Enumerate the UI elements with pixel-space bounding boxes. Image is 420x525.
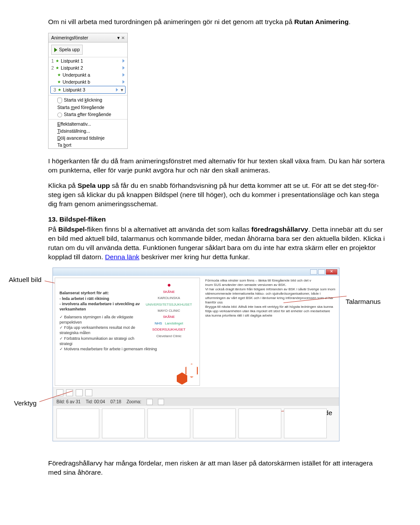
paragraph: På Bildspel-fliken finns bl a alternativ…	[48, 225, 385, 262]
status-clock-time: 07:18	[110, 399, 121, 405]
logo-label: NHS	[155, 321, 162, 325]
logo-label: UNIVERSITETSSJUKHUSET	[143, 302, 195, 308]
inline-bold: Rutan Animering	[294, 18, 349, 25]
play-icon	[54, 48, 57, 52]
menu-tool-icon[interactable]	[85, 389, 92, 396]
logo-label: SKÅNE	[163, 290, 175, 294]
presenter-view-window: ✕ ⬢SKÅNE KAROLINSKA UNIVERSITETSSJUKHUSE…	[52, 268, 340, 441]
chevron-icon	[122, 73, 125, 77]
inline-bold: föredragshållarvy	[251, 226, 308, 233]
logo-label: SÖDERSJUKHUSET	[143, 327, 195, 333]
text: Om ni vill arbeta med turordningen på an…	[48, 18, 294, 25]
notes-line: Brygga till nästa bild: Alltså inte bara…	[205, 305, 336, 318]
paragraph: I högerkanten får du då fram animeringsf…	[48, 157, 385, 175]
speaker-notes: Förmoda vilka vinster som finns – länka …	[202, 276, 339, 388]
slide-thumbnail[interactable]	[193, 409, 236, 438]
animation-list: 1★Listpunkt 1 2★Listpunkt 2 ★Underpunkt …	[49, 57, 127, 149]
ctx-effect-options[interactable]: Effektalternativ...	[49, 120, 127, 127]
ctx-remove[interactable]: Ta bort	[49, 141, 127, 148]
chevron-icon	[116, 88, 118, 92]
star-icon: ★	[57, 72, 61, 78]
logo-label: KAROLINSKA	[143, 295, 195, 301]
hexagon-icon	[186, 363, 198, 377]
chevron-icon	[122, 59, 125, 63]
text: Klicka på	[48, 182, 77, 189]
list-item[interactable]: 1★Listpunkt 1	[49, 57, 127, 64]
list-item-selected[interactable]: 3★Listpunkt 3▾	[49, 85, 127, 94]
status-elapsed-time: Tid: 00:04	[86, 399, 105, 405]
pane-title: Animeringsfönster	[51, 35, 88, 41]
chevron-icon	[122, 66, 125, 70]
item-index: 3	[52, 87, 56, 93]
logo-label: SKÅNE	[143, 314, 195, 320]
item-label: Underpunkt a	[63, 72, 90, 78]
list-item[interactable]: ★Underpunkt b	[49, 78, 127, 85]
section-heading: 13. Bildspel-fliken	[48, 215, 385, 224]
star-icon: ★	[57, 79, 61, 85]
pane-titlebar: Animeringsfönster ▾ ✕	[49, 33, 127, 43]
highlight-tool-icon[interactable]	[76, 389, 83, 396]
text: beskriver mer kring hur detta funkar.	[140, 253, 250, 261]
inline-link[interactable]: Denna länk	[105, 253, 139, 261]
text: .	[349, 18, 350, 25]
slide-thumbnail[interactable]	[147, 409, 190, 438]
status-bar: Bild: 6 av 31 Tid: 00:04 07:18 Zooma:	[53, 398, 339, 406]
inline-bold: Bildspel-	[58, 226, 87, 233]
ctx-hide-timeline[interactable]: Dölj avancerad tidslinje	[49, 134, 127, 141]
callout-current-slide: Aktuell bild	[9, 275, 42, 285]
logo-label: Landstinget	[165, 321, 183, 325]
ctx-timing[interactable]: Tidsinställning...	[49, 127, 127, 134]
item-label: Listpunkt 3	[63, 87, 85, 93]
paragraph: Föredragshållarvy har många fördelar, me…	[48, 459, 385, 477]
slide-thumbnail[interactable]	[284, 409, 327, 438]
callout-tools: Verktyg	[14, 399, 37, 408]
dropdown-icon[interactable]: ▾	[121, 87, 123, 93]
play-label: Spela upp	[59, 46, 80, 53]
close-icon[interactable]: ✕	[121, 35, 125, 40]
star-icon: ★	[56, 58, 59, 63]
ctx-start-after-previous[interactable]: Starta efter föregående	[49, 111, 127, 118]
logo-label: Cleveland Clinic	[143, 333, 195, 339]
item-index: 1	[50, 58, 54, 64]
notes-line: Förmoda vilka vinster som finns – länka …	[205, 278, 336, 283]
tools-bar	[53, 388, 339, 398]
notes-line: inom SUS använder den senaste versionen …	[205, 283, 336, 287]
slide-thumbnail[interactable]	[102, 409, 145, 438]
item-label: Underpunkt b	[63, 79, 90, 85]
presenter-body: ⬢SKÅNE KAROLINSKA UNIVERSITETSSJUKHUSET …	[53, 276, 339, 388]
paragraph: Klicka på Spela upp så får du en snabb f…	[48, 181, 385, 209]
list-item[interactable]: ★Underpunkt a	[49, 71, 127, 78]
status-slide-number: Bild: 6 av 31	[56, 399, 80, 405]
star-icon: ★	[56, 65, 59, 70]
item-index: 2	[50, 65, 54, 71]
text: På	[48, 226, 58, 233]
zoom-in-button[interactable]	[158, 399, 164, 405]
ctx-label: Starta vid klickning	[64, 97, 102, 102]
close-button[interactable]: ✕	[326, 269, 337, 275]
list-item[interactable]: 2★Listpunkt 2	[49, 64, 127, 71]
item-label: Listpunkt 1	[61, 58, 83, 64]
upcoming-thumbnails	[53, 406, 339, 441]
heading-text: 13. Bildspel-fliken	[48, 215, 106, 223]
ctx-start-with-previous[interactable]: Starta med föregående	[49, 104, 127, 111]
play-button[interactable]: Spela upp	[51, 45, 83, 54]
item-label: Listpunkt 2	[61, 65, 83, 71]
clock-icon	[57, 113, 62, 117]
star-icon: ★	[58, 87, 61, 92]
slide-thumbnail[interactable]	[56, 409, 99, 438]
callout-notes: Talarmanus	[346, 297, 381, 307]
slide-logos: ⬢SKÅNE KAROLINSKA UNIVERSITETSSJUKHUSET …	[143, 282, 195, 339]
paragraph: Om ni vill arbeta med turordningen på an…	[48, 18, 385, 27]
maximize-button[interactable]	[318, 269, 325, 275]
slide-thumbnail[interactable]	[238, 409, 281, 438]
minimize-button[interactable]	[310, 269, 317, 275]
inline-bold: Spela upp	[77, 182, 110, 189]
zoom-out-button[interactable]	[147, 399, 153, 405]
chevron-icon	[122, 80, 125, 84]
slide-check: ✓ Motivera medarbetare för arbete i geme…	[60, 346, 195, 352]
notes-line: Vi har också dragit lärdom från tidigare…	[205, 287, 336, 305]
dropdown-icon[interactable]: ▾ ✕	[117, 35, 125, 41]
ctx-start-on-click[interactable]: Starta vid klickning	[49, 96, 127, 104]
text: fliken finns bl a alternativet att använ…	[87, 226, 252, 233]
status-zoom-label: Zooma:	[126, 399, 141, 405]
